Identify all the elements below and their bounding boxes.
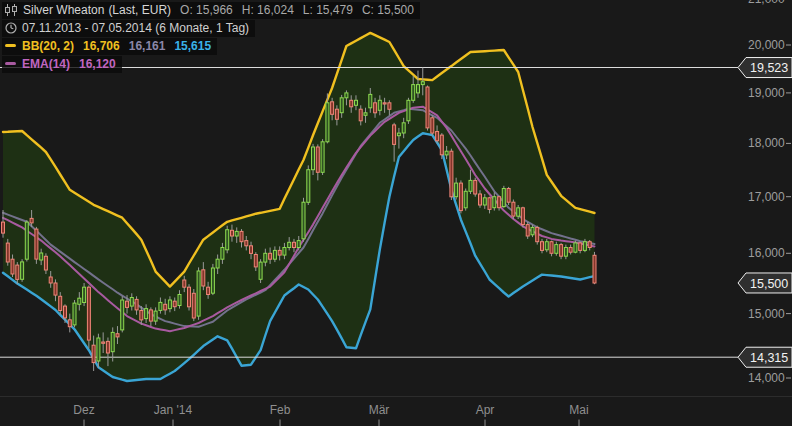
candle-down[interactable] (16, 265, 19, 279)
candle-up[interactable] (464, 191, 467, 208)
candle-down[interactable] (87, 287, 90, 340)
candle-up[interactable] (545, 242, 548, 250)
candle-down[interactable] (140, 311, 143, 320)
candle-down[interactable] (550, 242, 553, 254)
candle-down[interactable] (102, 342, 105, 343)
candle-down[interactable] (588, 242, 591, 248)
candle-up[interactable] (283, 248, 286, 256)
candle-down[interactable] (393, 125, 396, 144)
last-price-tag[interactable]: 15,500 (738, 273, 792, 293)
candle-down[interactable] (426, 87, 429, 128)
candle-up[interactable] (145, 309, 148, 319)
candle-down[interactable] (254, 255, 257, 267)
candle-up[interactable] (197, 271, 200, 316)
candle-down[interactable] (569, 248, 572, 253)
candle-up[interactable] (130, 298, 133, 307)
level-tag-14315[interactable]: 14,315 (738, 347, 792, 367)
candle-down[interactable] (250, 246, 253, 254)
candle-up[interactable] (40, 253, 43, 260)
candle-down[interactable] (526, 225, 529, 236)
candle-down[interactable] (92, 345, 95, 362)
candle-down[interactable] (440, 135, 443, 155)
candle-down[interactable] (331, 102, 334, 115)
level-tag-19523[interactable]: 19,523 (738, 58, 792, 78)
candle-up[interactable] (493, 197, 496, 208)
candle-down[interactable] (431, 118, 434, 133)
candle-up[interactable] (345, 93, 348, 98)
candle-up[interactable] (235, 231, 238, 236)
candle-up[interactable] (226, 230, 229, 250)
candle-down[interactable] (560, 245, 563, 257)
candle-down[interactable] (507, 189, 510, 203)
candle-up[interactable] (312, 147, 315, 170)
candle-up[interactable] (73, 303, 76, 325)
candle-down[interactable] (536, 227, 539, 241)
candle-down[interactable] (359, 109, 362, 121)
candle-down[interactable] (383, 103, 386, 104)
candle-up[interactable] (97, 338, 100, 361)
candle-up[interactable] (469, 180, 472, 191)
candle-up[interactable] (583, 242, 586, 251)
candle-down[interactable] (512, 202, 515, 216)
candle-up[interactable] (159, 302, 162, 310)
candle-up[interactable] (21, 262, 24, 279)
candle-down[interactable] (488, 198, 491, 210)
candle-up[interactable] (455, 183, 458, 197)
candle-down[interactable] (245, 241, 248, 246)
candle-up[interactable] (531, 227, 534, 234)
candle-down[interactable] (474, 180, 477, 194)
candle-up[interactable] (407, 100, 410, 121)
candle-down[interactable] (54, 283, 57, 295)
candle-up[interactable] (288, 242, 291, 247)
candle-up[interactable] (83, 287, 86, 302)
candle-up[interactable] (421, 82, 424, 85)
candle-up[interactable] (273, 250, 276, 259)
candle-up[interactable] (297, 241, 300, 248)
candle-down[interactable] (316, 147, 319, 172)
candle-down[interactable] (459, 183, 462, 211)
candle-down[interactable] (541, 242, 544, 251)
candle-down[interactable] (116, 334, 119, 337)
candle-up[interactable] (326, 103, 329, 142)
candle-down[interactable] (374, 103, 377, 113)
candle-up[interactable] (445, 151, 448, 155)
candle-down[interactable] (11, 259, 14, 274)
candle-up[interactable] (483, 198, 486, 205)
candle-up[interactable] (340, 98, 343, 113)
candle-up[interactable] (154, 311, 157, 321)
candle-down[interactable] (293, 242, 296, 247)
candle-up[interactable] (364, 113, 367, 116)
candle-up[interactable] (402, 123, 405, 133)
candle-down[interactable] (135, 299, 138, 310)
candle-down[interactable] (202, 270, 205, 286)
candle-down[interactable] (49, 277, 52, 283)
candle-down[interactable] (579, 243, 582, 251)
candle-down[interactable] (59, 296, 62, 310)
candle-down[interactable] (207, 287, 210, 294)
candle-up[interactable] (25, 222, 28, 259)
candle-down[interactable] (149, 310, 152, 321)
candle-down[interactable] (68, 320, 71, 327)
candle-up[interactable] (378, 100, 381, 110)
candle-down[interactable] (44, 256, 47, 270)
candle-down[interactable] (183, 280, 186, 287)
candle-up[interactable] (302, 202, 305, 239)
candle-down[interactable] (35, 229, 38, 259)
candle-down[interactable] (188, 287, 191, 307)
candle-down[interactable] (388, 103, 391, 110)
candle-down[interactable] (2, 222, 5, 233)
candle-down[interactable] (521, 208, 524, 225)
candle-down[interactable] (106, 341, 109, 353)
candle-down[interactable] (6, 243, 9, 262)
candle-up[interactable] (397, 133, 400, 136)
candle-up[interactable] (574, 243, 577, 252)
candle-down[interactable] (479, 194, 482, 205)
candle-up[interactable] (517, 208, 520, 216)
candle-up[interactable] (264, 253, 267, 262)
candle-up[interactable] (259, 262, 262, 279)
candle-down[interactable] (240, 231, 243, 241)
candle-down[interactable] (350, 100, 353, 107)
candle-up[interactable] (216, 259, 219, 268)
candle-up[interactable] (369, 94, 372, 107)
candle-up[interactable] (178, 295, 181, 306)
